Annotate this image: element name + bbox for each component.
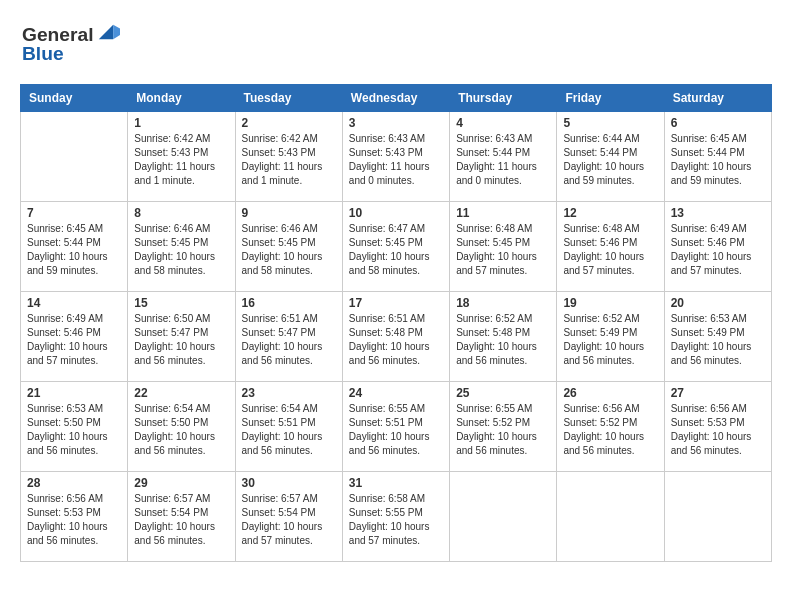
day-number: 6 xyxy=(671,116,765,130)
day-number: 27 xyxy=(671,386,765,400)
day-info: Sunrise: 6:42 AMSunset: 5:43 PMDaylight:… xyxy=(134,132,228,188)
day-number: 3 xyxy=(349,116,443,130)
calendar-header-row: SundayMondayTuesdayWednesdayThursdayFrid… xyxy=(21,85,772,112)
day-cell-17: 17Sunrise: 6:51 AMSunset: 5:48 PMDayligh… xyxy=(342,292,449,382)
svg-text:General: General xyxy=(22,24,93,45)
day-info: Sunrise: 6:49 AMSunset: 5:46 PMDaylight:… xyxy=(27,312,121,368)
day-info: Sunrise: 6:55 AMSunset: 5:52 PMDaylight:… xyxy=(456,402,550,458)
empty-cell xyxy=(557,472,664,562)
day-number: 16 xyxy=(242,296,336,310)
day-info: Sunrise: 6:42 AMSunset: 5:43 PMDaylight:… xyxy=(242,132,336,188)
day-number: 5 xyxy=(563,116,657,130)
column-header-sunday: Sunday xyxy=(21,85,128,112)
week-row-1: 1Sunrise: 6:42 AMSunset: 5:43 PMDaylight… xyxy=(21,112,772,202)
day-info: Sunrise: 6:46 AMSunset: 5:45 PMDaylight:… xyxy=(242,222,336,278)
day-cell-30: 30Sunrise: 6:57 AMSunset: 5:54 PMDayligh… xyxy=(235,472,342,562)
day-info: Sunrise: 6:52 AMSunset: 5:48 PMDaylight:… xyxy=(456,312,550,368)
day-number: 10 xyxy=(349,206,443,220)
day-info: Sunrise: 6:55 AMSunset: 5:51 PMDaylight:… xyxy=(349,402,443,458)
day-number: 15 xyxy=(134,296,228,310)
day-number: 23 xyxy=(242,386,336,400)
day-number: 11 xyxy=(456,206,550,220)
day-cell-28: 28Sunrise: 6:56 AMSunset: 5:53 PMDayligh… xyxy=(21,472,128,562)
day-number: 26 xyxy=(563,386,657,400)
day-cell-8: 8Sunrise: 6:46 AMSunset: 5:45 PMDaylight… xyxy=(128,202,235,292)
day-cell-9: 9Sunrise: 6:46 AMSunset: 5:45 PMDaylight… xyxy=(235,202,342,292)
day-info: Sunrise: 6:58 AMSunset: 5:55 PMDaylight:… xyxy=(349,492,443,548)
day-number: 2 xyxy=(242,116,336,130)
day-info: Sunrise: 6:50 AMSunset: 5:47 PMDaylight:… xyxy=(134,312,228,368)
day-cell-6: 6Sunrise: 6:45 AMSunset: 5:44 PMDaylight… xyxy=(664,112,771,202)
column-header-friday: Friday xyxy=(557,85,664,112)
column-header-wednesday: Wednesday xyxy=(342,85,449,112)
column-header-tuesday: Tuesday xyxy=(235,85,342,112)
day-info: Sunrise: 6:57 AMSunset: 5:54 PMDaylight:… xyxy=(242,492,336,548)
day-info: Sunrise: 6:57 AMSunset: 5:54 PMDaylight:… xyxy=(134,492,228,548)
day-cell-7: 7Sunrise: 6:45 AMSunset: 5:44 PMDaylight… xyxy=(21,202,128,292)
day-number: 18 xyxy=(456,296,550,310)
day-number: 13 xyxy=(671,206,765,220)
day-info: Sunrise: 6:56 AMSunset: 5:53 PMDaylight:… xyxy=(671,402,765,458)
day-number: 4 xyxy=(456,116,550,130)
week-row-3: 14Sunrise: 6:49 AMSunset: 5:46 PMDayligh… xyxy=(21,292,772,382)
week-row-2: 7Sunrise: 6:45 AMSunset: 5:44 PMDaylight… xyxy=(21,202,772,292)
day-cell-24: 24Sunrise: 6:55 AMSunset: 5:51 PMDayligh… xyxy=(342,382,449,472)
day-info: Sunrise: 6:43 AMSunset: 5:43 PMDaylight:… xyxy=(349,132,443,188)
day-info: Sunrise: 6:45 AMSunset: 5:44 PMDaylight:… xyxy=(27,222,121,278)
day-cell-22: 22Sunrise: 6:54 AMSunset: 5:50 PMDayligh… xyxy=(128,382,235,472)
day-info: Sunrise: 6:51 AMSunset: 5:47 PMDaylight:… xyxy=(242,312,336,368)
day-info: Sunrise: 6:51 AMSunset: 5:48 PMDaylight:… xyxy=(349,312,443,368)
svg-marker-3 xyxy=(113,25,120,39)
day-cell-15: 15Sunrise: 6:50 AMSunset: 5:47 PMDayligh… xyxy=(128,292,235,382)
week-row-4: 21Sunrise: 6:53 AMSunset: 5:50 PMDayligh… xyxy=(21,382,772,472)
day-cell-5: 5Sunrise: 6:44 AMSunset: 5:44 PMDaylight… xyxy=(557,112,664,202)
day-number: 30 xyxy=(242,476,336,490)
day-number: 1 xyxy=(134,116,228,130)
column-header-monday: Monday xyxy=(128,85,235,112)
day-info: Sunrise: 6:48 AMSunset: 5:45 PMDaylight:… xyxy=(456,222,550,278)
empty-cell xyxy=(664,472,771,562)
day-cell-19: 19Sunrise: 6:52 AMSunset: 5:49 PMDayligh… xyxy=(557,292,664,382)
day-number: 8 xyxy=(134,206,228,220)
empty-cell xyxy=(450,472,557,562)
day-number: 25 xyxy=(456,386,550,400)
empty-cell xyxy=(21,112,128,202)
day-cell-21: 21Sunrise: 6:53 AMSunset: 5:50 PMDayligh… xyxy=(21,382,128,472)
day-cell-11: 11Sunrise: 6:48 AMSunset: 5:45 PMDayligh… xyxy=(450,202,557,292)
day-number: 14 xyxy=(27,296,121,310)
svg-marker-2 xyxy=(99,25,113,39)
day-info: Sunrise: 6:46 AMSunset: 5:45 PMDaylight:… xyxy=(134,222,228,278)
calendar-table: SundayMondayTuesdayWednesdayThursdayFrid… xyxy=(20,84,772,562)
day-info: Sunrise: 6:53 AMSunset: 5:49 PMDaylight:… xyxy=(671,312,765,368)
day-info: Sunrise: 6:56 AMSunset: 5:52 PMDaylight:… xyxy=(563,402,657,458)
day-cell-20: 20Sunrise: 6:53 AMSunset: 5:49 PMDayligh… xyxy=(664,292,771,382)
day-cell-3: 3Sunrise: 6:43 AMSunset: 5:43 PMDaylight… xyxy=(342,112,449,202)
day-info: Sunrise: 6:47 AMSunset: 5:45 PMDaylight:… xyxy=(349,222,443,278)
day-number: 31 xyxy=(349,476,443,490)
day-cell-27: 27Sunrise: 6:56 AMSunset: 5:53 PMDayligh… xyxy=(664,382,771,472)
day-cell-1: 1Sunrise: 6:42 AMSunset: 5:43 PMDaylight… xyxy=(128,112,235,202)
day-cell-31: 31Sunrise: 6:58 AMSunset: 5:55 PMDayligh… xyxy=(342,472,449,562)
day-number: 29 xyxy=(134,476,228,490)
day-cell-2: 2Sunrise: 6:42 AMSunset: 5:43 PMDaylight… xyxy=(235,112,342,202)
day-cell-16: 16Sunrise: 6:51 AMSunset: 5:47 PMDayligh… xyxy=(235,292,342,382)
week-row-5: 28Sunrise: 6:56 AMSunset: 5:53 PMDayligh… xyxy=(21,472,772,562)
day-number: 28 xyxy=(27,476,121,490)
day-cell-4: 4Sunrise: 6:43 AMSunset: 5:44 PMDaylight… xyxy=(450,112,557,202)
day-info: Sunrise: 6:43 AMSunset: 5:44 PMDaylight:… xyxy=(456,132,550,188)
day-info: Sunrise: 6:48 AMSunset: 5:46 PMDaylight:… xyxy=(563,222,657,278)
day-number: 19 xyxy=(563,296,657,310)
day-info: Sunrise: 6:45 AMSunset: 5:44 PMDaylight:… xyxy=(671,132,765,188)
day-number: 20 xyxy=(671,296,765,310)
day-number: 17 xyxy=(349,296,443,310)
day-info: Sunrise: 6:49 AMSunset: 5:46 PMDaylight:… xyxy=(671,222,765,278)
page-header: General Blue xyxy=(20,20,772,68)
column-header-saturday: Saturday xyxy=(664,85,771,112)
day-number: 7 xyxy=(27,206,121,220)
day-number: 22 xyxy=(134,386,228,400)
day-number: 21 xyxy=(27,386,121,400)
day-number: 12 xyxy=(563,206,657,220)
day-number: 9 xyxy=(242,206,336,220)
day-info: Sunrise: 6:53 AMSunset: 5:50 PMDaylight:… xyxy=(27,402,121,458)
day-cell-29: 29Sunrise: 6:57 AMSunset: 5:54 PMDayligh… xyxy=(128,472,235,562)
